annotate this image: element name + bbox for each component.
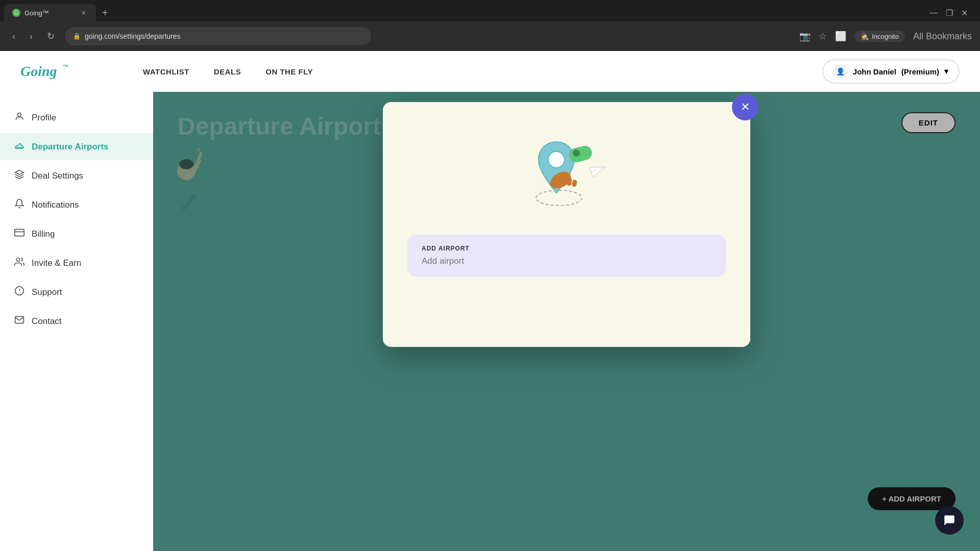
chevron-down-icon: ▾ xyxy=(944,67,948,76)
main-content: Profile Departure Airports Deal Setti xyxy=(0,92,980,551)
user-menu-button[interactable]: 👤 John Daniel (Premium) ▾ xyxy=(822,59,960,84)
svg-text:Going: Going xyxy=(20,63,57,79)
sidebar-item-profile[interactable]: Profile xyxy=(0,104,153,131)
sidebar-label-departure-airports: Departure Airports xyxy=(32,142,109,152)
bookmarks-label[interactable]: All Bookmarks xyxy=(913,31,972,42)
tab-title: Going™ xyxy=(24,9,49,17)
sidebar-item-invite-earn[interactable]: Invite & Earn xyxy=(0,249,153,277)
nav-deals[interactable]: DEALS xyxy=(214,67,241,76)
back-button[interactable]: ‹ xyxy=(8,29,19,44)
modal-illustration xyxy=(516,127,618,218)
user-name: John Daniel xyxy=(853,67,896,76)
minimize-button[interactable]: — xyxy=(929,8,938,17)
new-tab-button[interactable]: + xyxy=(98,4,112,21)
modal-overlay: ✕ xyxy=(153,92,980,551)
page-content: Going ™ WATCHLIST DEALS ON THE FLY 👤 Joh… xyxy=(0,51,980,551)
sidebar-label-invite-earn: Invite & Earn xyxy=(32,258,81,268)
sidebar-item-billing[interactable]: Billing xyxy=(0,220,153,247)
modal-close-button[interactable]: ✕ xyxy=(732,94,758,120)
close-icon: ✕ xyxy=(741,101,750,114)
sidebar-label-support: Support xyxy=(32,287,62,297)
tablet-icon[interactable]: ⬜ xyxy=(835,31,846,42)
nav-links: WATCHLIST DEALS ON THE FLY xyxy=(143,67,313,76)
lock-icon: 🔒 xyxy=(73,33,81,40)
url-bar[interactable]: 🔒 going.com/settings/departures xyxy=(65,27,371,45)
sidebar-label-deal-settings: Deal Settings xyxy=(32,171,83,181)
window-controls: — ❐ ✕ xyxy=(929,4,976,21)
svg-point-2 xyxy=(18,113,21,116)
airport-input-label: ADD AIRPORT xyxy=(422,245,712,252)
svg-text:™: ™ xyxy=(62,63,68,70)
tab-bar: G Going™ × + — ❐ ✕ xyxy=(0,0,980,21)
star-icon[interactable]: ☆ xyxy=(819,31,827,42)
invite-earn-icon xyxy=(14,257,24,269)
camera-icon[interactable]: 📷 xyxy=(799,31,811,42)
airport-input-wrapper: ADD AIRPORT xyxy=(407,235,726,277)
modal: ✕ xyxy=(383,102,750,347)
support-icon xyxy=(14,286,24,298)
active-tab[interactable]: G Going™ × xyxy=(4,4,96,21)
forward-button[interactable]: › xyxy=(26,29,37,44)
notifications-icon xyxy=(14,198,24,211)
tab-favicon: G xyxy=(12,9,20,17)
sidebar-label-billing: Billing xyxy=(32,229,55,239)
close-window-button[interactable]: ✕ xyxy=(961,8,968,18)
sidebar-item-notifications[interactable]: Notifications xyxy=(0,191,153,218)
site-logo[interactable]: Going ™ xyxy=(20,60,82,84)
url-text: going.com/settings/departures xyxy=(85,32,181,40)
maximize-button[interactable]: ❐ xyxy=(946,8,953,18)
billing-icon xyxy=(14,228,24,240)
sidebar-label-profile: Profile xyxy=(32,113,56,123)
svg-point-19 xyxy=(536,190,582,206)
site-header: Going ™ WATCHLIST DEALS ON THE FLY 👤 Joh… xyxy=(0,51,980,92)
incognito-icon: 🕵 xyxy=(861,33,869,40)
incognito-label: Incognito xyxy=(872,33,899,40)
page-area: Departure Airports EDIT xyxy=(153,92,980,551)
chat-button[interactable] xyxy=(935,506,964,535)
contact-icon xyxy=(14,315,24,328)
sidebar: Profile Departure Airports Deal Setti xyxy=(0,92,153,551)
tab-close-button[interactable]: × xyxy=(80,8,88,18)
deal-settings-icon xyxy=(14,169,24,182)
svg-rect-4 xyxy=(15,229,24,236)
svg-point-6 xyxy=(16,258,20,262)
svg-rect-26 xyxy=(572,179,578,187)
profile-icon xyxy=(14,111,24,124)
user-avatar-icon: 👤 xyxy=(834,64,848,79)
browser-icons: 📷 ☆ ⬜ 🕵 Incognito All Bookmarks xyxy=(799,31,972,42)
departure-icon xyxy=(14,140,24,153)
airport-search-input[interactable] xyxy=(422,256,712,266)
browser-chrome: G Going™ × + — ❐ ✕ ‹ › ↻ 🔒 going.com/set… xyxy=(0,0,980,51)
incognito-badge: 🕵 Incognito xyxy=(854,31,905,42)
address-bar: ‹ › ↻ 🔒 going.com/settings/departures 📷 … xyxy=(0,21,980,51)
reload-button[interactable]: ↻ xyxy=(43,29,59,44)
sidebar-item-deal-settings[interactable]: Deal Settings xyxy=(0,162,153,189)
sidebar-label-contact: Contact xyxy=(32,316,62,327)
user-tier: (Premium) xyxy=(901,67,939,76)
nav-on-the-fly[interactable]: ON THE FLY xyxy=(265,67,313,76)
nav-watchlist[interactable]: WATCHLIST xyxy=(143,67,189,76)
sidebar-label-notifications: Notifications xyxy=(32,200,79,210)
sidebar-item-contact[interactable]: Contact xyxy=(0,308,153,335)
sidebar-item-departure-airports[interactable]: Departure Airports xyxy=(0,133,153,160)
svg-point-18 xyxy=(548,152,565,168)
sidebar-item-support[interactable]: Support xyxy=(0,279,153,306)
